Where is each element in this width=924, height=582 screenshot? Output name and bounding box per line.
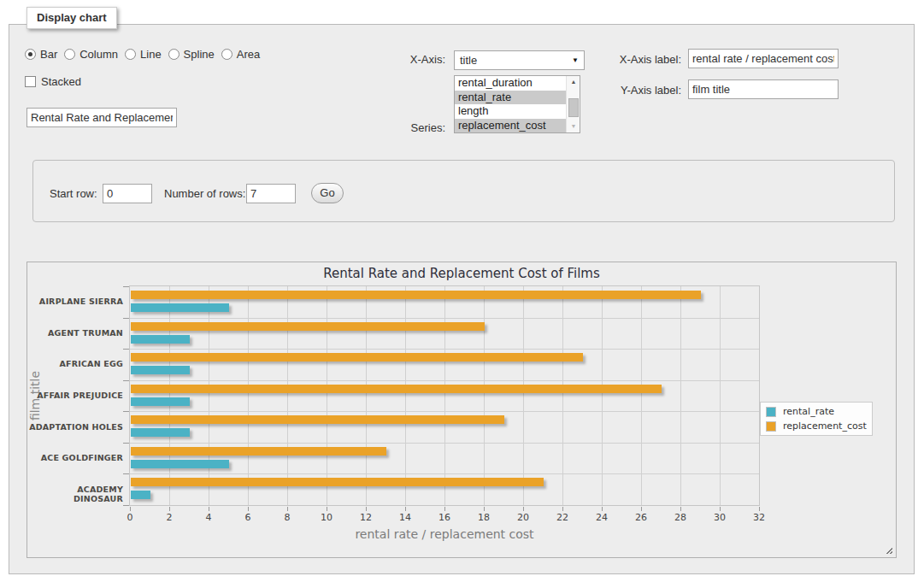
- chart-title-input[interactable]: [26, 108, 177, 127]
- x-axis-tick: [169, 507, 170, 511]
- fieldset-title: Display chart: [26, 7, 117, 29]
- scroll-down-icon[interactable]: ▼: [567, 121, 580, 132]
- y-axis-tick: [123, 505, 129, 506]
- x-axis-tick: [720, 507, 721, 511]
- chart-type-option-area: Area: [221, 48, 260, 61]
- x-axis-tick-label: 24: [585, 512, 619, 523]
- chart-type-radio-label: Line: [140, 48, 162, 61]
- stacked-label: Stacked: [41, 75, 81, 88]
- y-gridline: [130, 349, 759, 350]
- y-gridline: [130, 473, 759, 474]
- x-axis-tick-label: 18: [467, 512, 501, 523]
- y-gridline: [130, 380, 759, 381]
- plot-grid: [129, 285, 760, 506]
- x-axis-label-input[interactable]: [688, 49, 839, 68]
- x-gridline: [209, 286, 209, 505]
- series-label: Series:: [373, 121, 445, 134]
- x-gridline: [327, 286, 327, 505]
- x-gridline: [562, 286, 563, 505]
- chart-title: Rental Rate and Replacement Cost of Film…: [27, 266, 896, 281]
- chart-type-radio-column[interactable]: [64, 49, 75, 60]
- chart-type-option-bar: Bar: [25, 48, 57, 61]
- chart-type-radio-label: Bar: [40, 48, 57, 61]
- x-gridline: [484, 286, 485, 505]
- x-axis-tick-label: 16: [427, 512, 462, 523]
- category-label: ADAPTATION HOLES: [27, 422, 123, 432]
- x-gridline: [720, 286, 721, 505]
- bar-replacement_cost: [131, 322, 485, 331]
- bar-rental_rate: [131, 397, 190, 406]
- series-option-replacement_cost[interactable]: replacement_cost: [455, 119, 566, 133]
- x-axis-tick: [287, 507, 288, 511]
- y-axis-label-caption: Y-Axis label:: [556, 84, 681, 97]
- x-axis-tick: [641, 507, 642, 511]
- y-axis-tick: [123, 349, 129, 350]
- bar-rental_rate: [131, 366, 190, 374]
- x-axis-tick: [130, 507, 131, 511]
- x-gridline: [680, 286, 681, 505]
- x-axis-tick: [248, 507, 249, 511]
- display-chart-fieldset: Display chart BarColumnLineSplineArea St…: [9, 24, 915, 574]
- legend-swatch: [766, 407, 776, 417]
- bar-replacement_cost: [131, 447, 386, 456]
- x-gridline: [523, 286, 524, 505]
- num-rows-input[interactable]: [246, 184, 296, 203]
- chart-container: Rental Rate and Replacement Cost of Film…: [26, 262, 897, 558]
- category-label: AIRPLANE SIERRA: [27, 297, 123, 306]
- x-axis-tick-label: 28: [663, 512, 697, 523]
- x-axis-tick-label: 20: [506, 512, 540, 523]
- x-axis-tick-label: 2: [152, 512, 186, 523]
- chart-type-option-line: Line: [125, 48, 162, 61]
- go-button[interactable]: Go: [311, 183, 344, 203]
- chart-type-radio-spline[interactable]: [168, 49, 180, 60]
- y-gridline: [130, 411, 759, 412]
- bar-replacement_cost: [131, 385, 662, 393]
- resize-handle-icon[interactable]: [884, 545, 892, 554]
- x-gridline: [444, 286, 445, 505]
- category-label: AGENT TRUMAN: [27, 328, 123, 338]
- chart-type-radio-group: BarColumnLineSplineArea: [25, 48, 267, 61]
- y-axis-tick: [123, 318, 129, 319]
- legend-label: rental_rate: [783, 406, 834, 417]
- chart-type-radio-bar[interactable]: [25, 49, 36, 60]
- x-axis-tick-label: 8: [270, 512, 304, 523]
- x-axis-tick: [759, 507, 760, 511]
- x-axis-title: rental rate / replacement cost: [129, 527, 760, 541]
- x-axis-tick: [562, 507, 563, 511]
- x-axis-tick-label: 4: [191, 512, 226, 523]
- x-axis-tick: [680, 507, 681, 511]
- bar-replacement_cost: [131, 415, 504, 424]
- bar-rental_rate: [131, 460, 229, 468]
- bar-replacement_cost: [131, 478, 544, 486]
- chart-type-radio-area[interactable]: [221, 49, 232, 60]
- x-axis-tick: [444, 507, 445, 511]
- x-axis-tick: [602, 507, 603, 511]
- series-option-length[interactable]: length: [455, 104, 566, 119]
- y-axis-label-input[interactable]: [688, 79, 839, 99]
- category-label: AFFAIR PREJUDICE: [27, 391, 123, 400]
- series-option-rental_rate[interactable]: rental_rate: [455, 91, 566, 105]
- x-axis-tick-label: 22: [545, 512, 580, 523]
- x-axis-tick-label: 30: [703, 512, 737, 523]
- x-axis-selected-value: title: [460, 54, 477, 67]
- legend-entry-rental_rate: rental_rate: [765, 404, 868, 419]
- y-axis-tick: [123, 380, 129, 381]
- x-gridline: [366, 286, 367, 505]
- x-axis-tick-label: 10: [309, 512, 344, 523]
- x-axis-tick-label: 12: [349, 512, 383, 523]
- scrollbar-thumb[interactable]: [568, 98, 579, 117]
- stacked-checkbox[interactable]: [25, 76, 36, 87]
- x-axis-tick: [327, 507, 327, 511]
- bar-rental_rate: [131, 335, 190, 344]
- chart-legend: rental_ratereplacement_cost: [760, 402, 873, 436]
- x-axis-label-caption: X-Axis label:: [556, 53, 681, 66]
- bar-rental_rate: [131, 428, 190, 437]
- start-row-input[interactable]: [103, 184, 152, 203]
- num-rows-label: Number of rows:: [164, 187, 245, 200]
- x-axis-select-label: X-Axis:: [373, 53, 445, 66]
- chart-type-radio-line[interactable]: [125, 49, 136, 60]
- y-axis-tick: [123, 286, 129, 287]
- x-axis-tick-label: 6: [231, 512, 265, 523]
- series-option-rental_duration[interactable]: rental_duration: [455, 76, 566, 91]
- bar-rental_rate: [131, 303, 229, 312]
